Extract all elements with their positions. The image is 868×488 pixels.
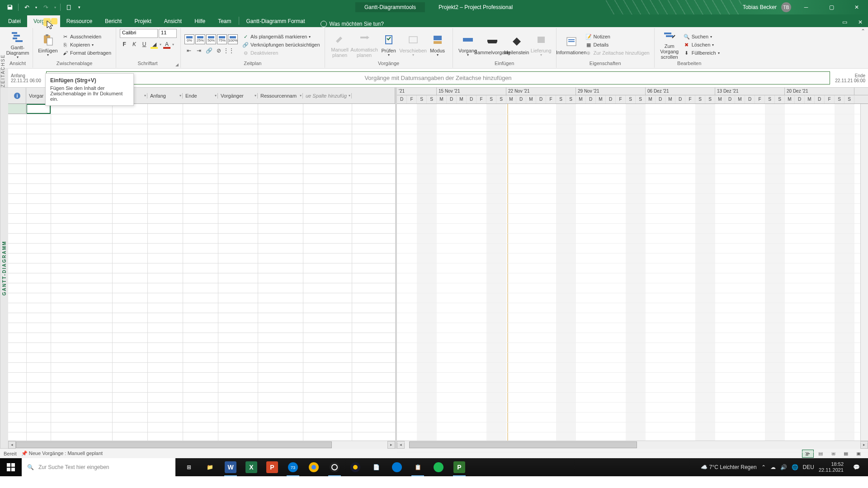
column-header[interactable]: Ressourcennam▾ bbox=[258, 93, 303, 99]
pct-0[interactable]: 0% bbox=[184, 34, 194, 44]
new-button[interactable] bbox=[63, 2, 74, 13]
fuellbereich-button[interactable]: ⬇Füllbereich ▾ bbox=[683, 49, 721, 56]
window-close[interactable]: ✕ bbox=[854, 17, 866, 27]
tray-volume[interactable]: 🔊 bbox=[780, 464, 787, 470]
fill-color-button[interactable]: ◢ bbox=[150, 40, 159, 49]
suchen-button[interactable]: 🔍Suchen ▾ bbox=[683, 33, 721, 40]
column-header[interactable]: Ende▾ bbox=[183, 93, 218, 99]
als-plangemaess-button[interactable]: ✓Als plangemäß markieren ▾ bbox=[241, 33, 321, 40]
link-button[interactable]: 🔗 bbox=[204, 46, 213, 55]
undo-button[interactable]: ↶ bbox=[21, 2, 32, 13]
gantt-diagramm-tab[interactable]: GANTT-DIAGRAMM bbox=[0, 88, 8, 448]
gantt-timescale[interactable]: '2115 Nov '2122 Nov '2129 Nov '2106 Dez … bbox=[397, 88, 868, 104]
bold-button[interactable]: F bbox=[120, 40, 129, 49]
column-header[interactable]: Vorgänger▾ bbox=[218, 93, 258, 99]
kopieren-button[interactable]: ⎘Kopieren ▾ bbox=[61, 41, 112, 48]
format-uebertragen-button[interactable]: 🖌Format übertragen bbox=[61, 49, 112, 56]
collapse-ribbon[interactable]: ⌃ bbox=[861, 28, 865, 34]
taskbar-search[interactable]: 🔍 Zur Suche Text hier eingeben bbox=[22, 458, 175, 476]
font-name-combo[interactable]: Calibri bbox=[120, 29, 158, 38]
lieferung-button[interactable]: Lieferung▾ bbox=[530, 30, 552, 60]
tab-ressource[interactable]: Ressource bbox=[60, 15, 99, 27]
tab-team[interactable]: Team bbox=[212, 15, 237, 27]
tab-datei[interactable]: Datei bbox=[2, 15, 27, 27]
powerpoint-app[interactable]: P bbox=[262, 458, 282, 476]
user-avatar[interactable]: TB bbox=[781, 2, 791, 12]
taskbar-clock[interactable]: 18:52 22.11.2021 bbox=[819, 461, 844, 473]
app-yellow[interactable] bbox=[345, 458, 365, 476]
tab-ansicht[interactable]: Ansicht bbox=[158, 15, 188, 27]
pct-25[interactable]: 25% bbox=[195, 34, 205, 44]
informationen-button[interactable]: Informationen bbox=[560, 30, 583, 60]
split-button[interactable]: ⋮⋮ bbox=[224, 46, 233, 55]
obs-app[interactable] bbox=[325, 458, 344, 476]
tab-vorgang[interactable]: Vorgang bbox=[27, 15, 60, 27]
maximize-button[interactable]: ▢ bbox=[821, 0, 842, 14]
gantt-body[interactable] bbox=[397, 104, 868, 441]
automatisch-planen-button[interactable]: Automatisch planen bbox=[353, 30, 376, 60]
start-button[interactable] bbox=[0, 458, 22, 476]
action-center[interactable]: 💬 bbox=[848, 458, 864, 476]
timeline-body[interactable]: Vorgänge mit Datumsangaben der Zeitachse… bbox=[46, 71, 830, 84]
tab-hilfe[interactable]: Hilfe bbox=[188, 15, 212, 27]
row-selector[interactable] bbox=[8, 104, 26, 114]
font-dialog-launcher[interactable]: ◢ bbox=[175, 62, 179, 67]
gantt-diagramm-button[interactable]: Gantt-Diagramm▾ bbox=[6, 30, 29, 60]
qa-customize[interactable]: ▾ bbox=[76, 2, 82, 13]
minimize-button[interactable]: ─ bbox=[796, 0, 816, 14]
notizen-button[interactable]: 📝Notizen bbox=[585, 33, 651, 40]
verschieben-button[interactable]: Verschieben▾ bbox=[402, 30, 425, 60]
unlink-button[interactable]: ⊘ bbox=[214, 46, 223, 55]
grid-rows[interactable] bbox=[8, 104, 395, 441]
spotify-app[interactable] bbox=[429, 458, 448, 476]
task-view[interactable]: ⊞ bbox=[179, 458, 199, 476]
outdent-button[interactable]: ⇤ bbox=[184, 46, 193, 55]
ribbon-display-options[interactable]: ▭ bbox=[839, 17, 851, 27]
save-button[interactable] bbox=[5, 2, 15, 13]
pruefen-button[interactable]: Prüfen▾ bbox=[377, 30, 400, 60]
italic-button[interactable]: K bbox=[130, 40, 139, 49]
file-explorer[interactable]: 📁 bbox=[200, 458, 220, 476]
tray-language[interactable]: DEU bbox=[803, 464, 814, 470]
ausschneiden-button[interactable]: ✂Ausschneiden bbox=[61, 33, 112, 40]
scroll-right[interactable]: ▸ bbox=[387, 441, 395, 449]
redo-dropdown[interactable]: ▾ bbox=[53, 2, 57, 13]
view-gantt[interactable] bbox=[802, 450, 814, 458]
modus-button[interactable]: Modus▾ bbox=[426, 30, 449, 60]
zeitachse-button[interactable]: ⊕Zur Zeitachse hinzufügen bbox=[585, 49, 651, 56]
zum-vorgang-scrollen-button[interactable]: Zum Vorgang scrollen bbox=[658, 30, 681, 60]
chrome-app[interactable] bbox=[304, 458, 324, 476]
column-header[interactable]: ue Spalte hinzufüg▾ bbox=[303, 93, 352, 99]
tab-bericht[interactable]: Bericht bbox=[99, 15, 128, 27]
edge-app[interactable]: 73 bbox=[283, 458, 303, 476]
timeline-tab[interactable]: ZEITACHSE bbox=[0, 69, 8, 87]
tab-gantt-format[interactable]: Gantt-Diagramm Format bbox=[240, 15, 311, 27]
deaktivieren-button[interactable]: ⊖Deaktivieren bbox=[241, 49, 321, 56]
edge-browser[interactable] bbox=[387, 458, 407, 476]
pct-75[interactable]: 75% bbox=[217, 34, 227, 44]
view-report[interactable]: ▣ bbox=[853, 450, 864, 458]
user-name[interactable]: Tobias Becker bbox=[743, 4, 777, 10]
app-doc[interactable]: 📄 bbox=[366, 458, 386, 476]
verknuepfungen-button[interactable]: 🔗Verknüpfungen berücksichtigen bbox=[241, 41, 321, 48]
gantt-horizontal-scrollbar[interactable]: ◂ ▸ bbox=[397, 441, 868, 448]
notepad-app[interactable]: 📋 bbox=[408, 458, 428, 476]
view-task-usage[interactable]: ▤ bbox=[815, 450, 826, 458]
view-resource-sheet[interactable]: ▦ bbox=[840, 450, 852, 458]
grid-horizontal-scrollbar[interactable]: ◂ ▸ bbox=[8, 441, 395, 448]
einfuegen-button[interactable]: Einfügen▾ bbox=[37, 30, 59, 60]
view-team-planner[interactable]: ⊞ bbox=[827, 450, 839, 458]
tray-network[interactable]: 🌐 bbox=[792, 464, 798, 470]
project-app[interactable]: P bbox=[449, 458, 469, 476]
scroll-left[interactable]: ◂ bbox=[8, 441, 16, 449]
indent-button[interactable]: ⇥ bbox=[194, 46, 203, 55]
column-indicators[interactable]: i bbox=[8, 88, 26, 103]
loeschen-button[interactable]: ✖Löschen ▾ bbox=[683, 41, 721, 48]
tray-onedrive[interactable]: ☁ bbox=[770, 464, 776, 470]
gantt-vertical-scrollbar[interactable] bbox=[860, 104, 868, 441]
details-button[interactable]: ▦Details bbox=[585, 41, 651, 48]
word-app[interactable]: W bbox=[221, 458, 241, 476]
tray-chevron[interactable]: ⌃ bbox=[761, 464, 766, 470]
font-size-combo[interactable]: 11 bbox=[159, 29, 177, 38]
tell-me-search[interactable]: Was möchten Sie tun? bbox=[321, 21, 384, 27]
